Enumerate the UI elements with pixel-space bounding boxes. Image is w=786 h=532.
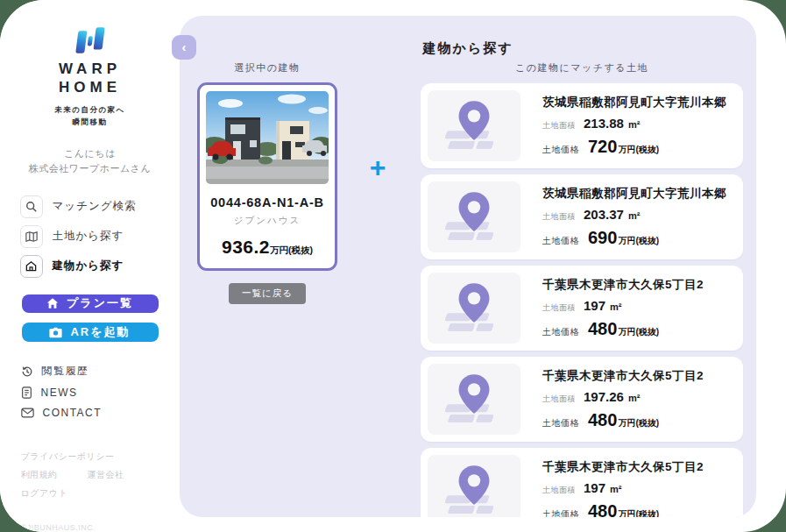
area-label: 土地面積 <box>542 120 576 131</box>
map-icon <box>20 225 43 248</box>
primary-nav: マッチング検索 土地から探す 建物から探す <box>20 188 160 285</box>
collapse-sidebar-button[interactable]: ‹ <box>172 35 196 60</box>
nav-contact[interactable]: CONTACT <box>21 407 159 419</box>
price-value: 720 <box>588 137 617 157</box>
nav-search-by-land[interactable]: 土地から探す <box>20 225 160 248</box>
back-to-list-button[interactable]: 一覧に戻る <box>229 283 306 304</box>
building-icon <box>20 255 43 278</box>
land-title: 茨城県稲敷郡阿見町大字荒川本郷 <box>542 95 726 110</box>
footer-links: プライバシーポリシー 利用規約 運営会社 ログアウト <box>21 444 159 506</box>
building-photo <box>206 91 329 184</box>
search-icon <box>20 195 43 218</box>
area-unit: m² <box>628 119 640 130</box>
selected-building-card[interactable]: 0044-68A-N1-A-B ジブンハウス 936.2万円(税抜) <box>197 82 337 271</box>
area-label: 土地面積 <box>542 485 576 496</box>
land-map-pin-icon <box>428 273 520 344</box>
land-title: 千葉県木更津市大久保5丁目2 <box>542 277 704 293</box>
area-unit: m² <box>628 393 640 403</box>
price-label: 土地価格 <box>542 144 579 156</box>
price-value: 480 <box>588 410 617 430</box>
land-card[interactable]: 茨城県稲敷郡阿見町大字荒川本郷 土地面積 213.88 m² 土地価格 720 … <box>421 83 743 168</box>
plan-list-button[interactable]: プラン一覧 <box>22 294 159 314</box>
subnav-label: NEWS <box>41 387 78 399</box>
area-value: 213.88 <box>584 116 624 131</box>
area-value: 197 <box>584 480 605 495</box>
nav-label: マッチング検索 <box>53 199 137 214</box>
app-window: WARP HOME 未来の自分の家へ 瞬間移動 こんにちは 株式会社ワープホーム… <box>0 0 786 532</box>
price-unit: 万円(税抜) <box>618 417 659 429</box>
land-card[interactable]: 千葉県木更津市大久保5丁目2 土地面積 197 m² 土地価格 480 万円(税… <box>421 266 743 351</box>
warp-home-logo-icon <box>65 26 116 54</box>
nav-search-by-building[interactable]: 建物から探す <box>20 255 160 278</box>
area-label: 土地面積 <box>542 302 576 314</box>
secondary-nav: 閲覧履歴 NEWS CONTACT <box>21 356 159 427</box>
matching-lands-column: この建物にマッチする土地 茨城県稲敷 <box>421 61 743 517</box>
news-icon <box>21 387 32 399</box>
page-title: 建物から探す <box>180 40 756 57</box>
chevron-left-icon: ‹ <box>182 39 187 54</box>
logo-title: WARP HOME <box>59 60 121 97</box>
building-brand: ジブンハウス <box>206 215 329 227</box>
nav-matching-search[interactable]: マッチング検索 <box>20 195 160 218</box>
land-title: 千葉県木更津市大久保5丁目2 <box>542 459 704 475</box>
building-price: 936.2万円(税抜) <box>206 237 329 258</box>
selected-building-column: 選択中の建物 <box>197 61 337 304</box>
land-card[interactable]: 茨城県稲敷郡阿見町大字荒川本郷 土地面積 203.37 m² 土地価格 690 … <box>421 174 743 259</box>
land-title: 千葉県木更津市大久保5丁目2 <box>542 368 704 384</box>
area-label: 土地面積 <box>542 394 576 405</box>
subnav-label: 閲覧履歴 <box>42 364 89 379</box>
area-label: 土地面積 <box>542 211 576 223</box>
land-map-pin-icon <box>428 181 520 252</box>
land-list: 茨城県稲敷郡阿見町大字荒川本郷 土地面積 213.88 m² 土地価格 720 … <box>421 83 743 517</box>
copyright: ©JIBUNHAUS.INC. <box>21 523 159 532</box>
area-unit: m² <box>610 301 621 312</box>
land-info: 茨城県稲敷郡阿見町大字荒川本郷 土地面積 213.88 m² 土地価格 720 … <box>542 90 726 161</box>
area-value: 197.26 <box>584 389 624 404</box>
land-info: 千葉県木更津市大久保5丁目2 土地面積 197 m² 土地価格 480 万円(税… <box>542 273 704 344</box>
company-link[interactable]: 運営会社 <box>88 469 124 481</box>
land-card[interactable]: 千葉県木更津市大久保5丁目2 土地面積 197.26 m² 土地価格 480 万… <box>421 357 743 442</box>
terms-link[interactable]: 利用規約 <box>21 469 58 481</box>
land-info: 千葉県木更津市大久保5丁目2 土地面積 197.26 m² 土地価格 480 万… <box>542 364 704 435</box>
land-info: 千葉県木更津市大久保5丁目2 土地面積 197 m² 土地価格 480 万円(税… <box>542 455 704 517</box>
price-unit: 万円(税抜) <box>618 508 659 517</box>
price-label: 土地価格 <box>542 417 579 429</box>
logo-tagline: 未来の自分の家へ 瞬間移動 <box>54 104 125 128</box>
land-map-pin-icon <box>428 455 520 517</box>
nav-label: 建物から探す <box>53 259 124 273</box>
privacy-policy-link[interactable]: プライバシーポリシー <box>21 450 115 463</box>
price-label: 土地価格 <box>542 235 579 247</box>
price-unit: 万円(税抜) <box>618 144 659 156</box>
price-unit: 万円(税抜) <box>618 326 659 338</box>
area-value: 203.37 <box>584 207 624 222</box>
camera-icon <box>49 327 62 338</box>
price-label: 土地価格 <box>542 508 579 517</box>
land-info: 茨城県稲敷郡阿見町大字荒川本郷 土地面積 203.37 m² 土地価格 690 … <box>542 181 726 252</box>
mail-icon <box>21 408 34 418</box>
area-value: 197 <box>584 298 605 313</box>
land-map-pin-icon <box>428 364 520 435</box>
price-value: 936.2 <box>222 237 270 257</box>
area-unit: m² <box>610 484 621 494</box>
building-id: 0044-68A-N1-A-B <box>206 195 329 209</box>
land-card[interactable]: 千葉県木更津市大久保5丁目2 土地面積 197 m² 土地価格 480 万円(税… <box>421 448 743 517</box>
land-title: 茨城県稲敷郡阿見町大字荒川本郷 <box>542 186 726 202</box>
price-value: 480 <box>588 319 617 339</box>
logout-link[interactable]: ログアウト <box>21 487 68 500</box>
nav-label: 土地から探す <box>53 229 124 244</box>
price-value: 480 <box>588 501 617 517</box>
sidebar: WARP HOME 未来の自分の家へ 瞬間移動 こんにちは 株式会社ワープホーム… <box>0 0 180 532</box>
nav-news[interactable]: NEWS <box>21 387 159 399</box>
price-unit: 万円(税抜) <box>270 245 313 255</box>
nav-history[interactable]: 閲覧履歴 <box>21 364 159 379</box>
launch-ar-button[interactable]: ARを起動 <box>22 323 159 342</box>
price-unit: 万円(税抜) <box>618 235 659 247</box>
history-icon <box>21 365 33 378</box>
land-map-pin-icon <box>428 90 520 161</box>
price-value: 690 <box>588 228 617 248</box>
plus-icon: + <box>358 152 397 184</box>
subnav-label: CONTACT <box>43 407 103 419</box>
home-icon <box>46 297 59 309</box>
price-label: 土地価格 <box>542 326 579 338</box>
user-greeting: こんにちは 株式会社ワープホームさん <box>29 146 152 176</box>
